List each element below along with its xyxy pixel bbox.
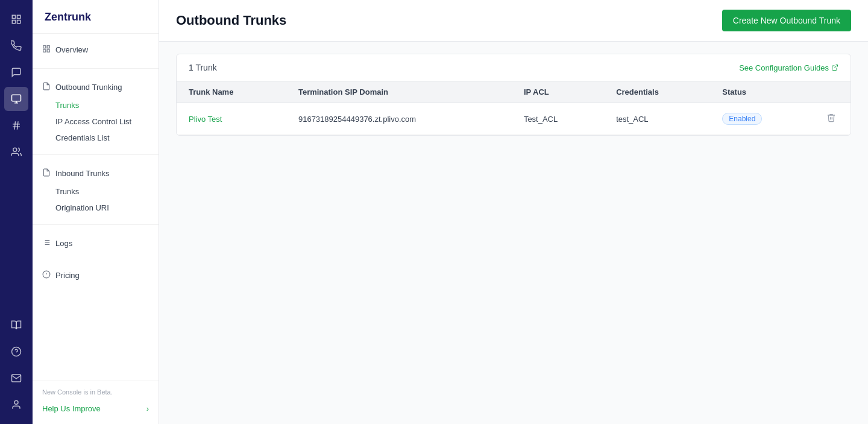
nav-icon-help[interactable] bbox=[4, 340, 28, 364]
svg-rect-4 bbox=[12, 95, 21, 101]
table-body: Plivo Test91673189254449376.zt.plivo.com… bbox=[177, 103, 851, 135]
sidebar-item-origination-uri[interactable]: Origination URI bbox=[33, 200, 159, 216]
nav-icon-message[interactable] bbox=[4, 60, 28, 84]
svg-rect-13 bbox=[47, 46, 49, 48]
cell-status: Enabled bbox=[710, 103, 812, 135]
main-content: Outbound Trunks Create New Outbound Trun… bbox=[159, 0, 868, 424]
page-header: Outbound Trunks Create New Outbound Trun… bbox=[159, 0, 868, 42]
sidebar-inbound-trunks-label: Trunks bbox=[55, 187, 79, 196]
inbound-icon bbox=[42, 168, 51, 179]
beta-text: New Console is in Beta. bbox=[42, 388, 149, 396]
trunks-table-card: 1 Trunk See Configuration Guides Trunk N… bbox=[176, 54, 851, 136]
outbound-icon bbox=[42, 82, 51, 92]
col-termination-sip: Termination SIP Domain bbox=[286, 81, 512, 103]
col-ip-acl: IP ACL bbox=[512, 81, 604, 103]
trunks-table: Trunk Name Termination SIP Domain IP ACL… bbox=[177, 81, 851, 135]
external-link-icon bbox=[831, 64, 838, 71]
sidebar-item-logs-label: Logs bbox=[55, 239, 72, 248]
sidebar-ip-acl-label: IP Access Control List bbox=[55, 117, 131, 126]
col-trunk-name: Trunk Name bbox=[177, 81, 286, 103]
nav-icon-sip[interactable] bbox=[4, 87, 28, 111]
sidebar-credentials-label: Credentials List bbox=[55, 133, 110, 142]
app-title: Zentrunk bbox=[33, 0, 159, 34]
sidebar-item-credentials[interactable]: Credentials List bbox=[33, 130, 159, 146]
config-guide-label: See Configuration Guides bbox=[739, 63, 829, 72]
create-outbound-trunk-button[interactable]: Create New Outbound Trunk bbox=[722, 10, 851, 31]
table-row: Plivo Test91673189254449376.zt.plivo.com… bbox=[177, 103, 851, 135]
svg-rect-1 bbox=[17, 15, 20, 18]
svg-line-7 bbox=[14, 121, 16, 130]
sidebar-outbound-trunks-label: Trunks bbox=[55, 101, 79, 110]
cell-credentials: test_ACL bbox=[604, 103, 710, 135]
nav-icon-grid[interactable] bbox=[4, 7, 28, 31]
col-credentials: Credentials bbox=[604, 81, 710, 103]
svg-point-11 bbox=[14, 400, 18, 404]
status-badge: Enabled bbox=[722, 113, 762, 125]
col-status: Status bbox=[710, 81, 812, 103]
svg-line-8 bbox=[17, 121, 19, 130]
sidebar-item-overview-label: Overview bbox=[55, 45, 88, 54]
sidebar-item-ip-acl[interactable]: IP Access Control List bbox=[33, 113, 159, 130]
nav-section-logs: Logs bbox=[33, 227, 159, 259]
nav-icon-user[interactable] bbox=[4, 393, 28, 417]
page-title: Outbound Trunks bbox=[176, 13, 286, 28]
sidebar-item-outbound-trunking[interactable]: Outbound Trunking bbox=[33, 77, 159, 97]
nav-icon-contacts[interactable] bbox=[4, 140, 28, 164]
nav-section-overview: Overview bbox=[33, 34, 159, 66]
logs-icon bbox=[42, 238, 51, 248]
overview-icon bbox=[42, 45, 51, 55]
svg-rect-15 bbox=[43, 49, 46, 52]
sidebar-item-pricing[interactable]: Pricing bbox=[33, 265, 159, 285]
content-area: 1 Trunk See Configuration Guides Trunk N… bbox=[159, 42, 868, 424]
sidebar-origination-uri-label: Origination URI bbox=[55, 203, 109, 212]
cell-action bbox=[812, 103, 851, 135]
sidebar-item-inbound-label: Inbound Trunks bbox=[55, 169, 110, 178]
pricing-icon bbox=[42, 270, 51, 280]
nav-icon-notebook[interactable] bbox=[4, 313, 28, 337]
nav-icon-phone[interactable] bbox=[4, 34, 28, 58]
divider-3 bbox=[33, 224, 159, 225]
nav-section-pricing: Pricing bbox=[33, 259, 159, 291]
nav-icon-hash[interactable] bbox=[4, 113, 28, 138]
delete-trunk-button[interactable] bbox=[824, 110, 838, 127]
svg-rect-2 bbox=[17, 21, 20, 24]
divider-2 bbox=[33, 154, 159, 155]
svg-line-25 bbox=[834, 65, 838, 69]
sidebar-item-pricing-label: Pricing bbox=[55, 271, 80, 280]
svg-rect-3 bbox=[12, 21, 15, 24]
svg-rect-0 bbox=[12, 15, 15, 18]
sidebar-item-logs[interactable]: Logs bbox=[33, 233, 159, 253]
sidebar-item-inbound-trunks[interactable]: Inbound Trunks bbox=[33, 163, 159, 183]
nav-sidebar: Zentrunk Overview Outbound Trunking Trun… bbox=[33, 0, 159, 424]
nav-section-outbound: Outbound Trunking Trunks IP Access Contr… bbox=[33, 71, 159, 152]
sidebar-item-outbound-trunks[interactable]: Trunks bbox=[33, 97, 159, 113]
help-improve-link[interactable]: Help Us Improve › bbox=[42, 400, 149, 417]
table-header: Trunk Name Termination SIP Domain IP ACL… bbox=[177, 81, 851, 103]
sidebar-item-overview[interactable]: Overview bbox=[33, 40, 159, 60]
cell-trunk-name: Plivo Test bbox=[177, 103, 286, 135]
config-guide-link[interactable]: See Configuration Guides bbox=[739, 63, 838, 72]
help-improve-arrow: › bbox=[146, 404, 149, 413]
divider-1 bbox=[33, 68, 159, 69]
table-card-header: 1 Trunk See Configuration Guides bbox=[177, 54, 851, 81]
svg-rect-12 bbox=[43, 46, 46, 48]
svg-rect-14 bbox=[47, 49, 49, 52]
nav-icon-email[interactable] bbox=[4, 366, 28, 390]
icon-sidebar bbox=[0, 0, 33, 424]
sidebar-item-outbound-label: Outbound Trunking bbox=[55, 83, 122, 92]
col-actions bbox=[812, 81, 851, 103]
nav-bottom: New Console is in Beta. Help Us Improve … bbox=[33, 381, 159, 424]
svg-point-9 bbox=[13, 148, 17, 151]
sidebar-item-inbound-trunks-list[interactable]: Trunks bbox=[33, 183, 159, 200]
cell-ip-acl: Test_ACL bbox=[512, 103, 604, 135]
trunk-count: 1 Trunk bbox=[189, 63, 217, 72]
trunk-name-link[interactable]: Plivo Test bbox=[189, 115, 222, 124]
help-improve-label: Help Us Improve bbox=[42, 404, 101, 413]
nav-section-inbound: Inbound Trunks Trunks Origination URI bbox=[33, 157, 159, 222]
cell-termination-sip: 91673189254449376.zt.plivo.com bbox=[286, 103, 512, 135]
